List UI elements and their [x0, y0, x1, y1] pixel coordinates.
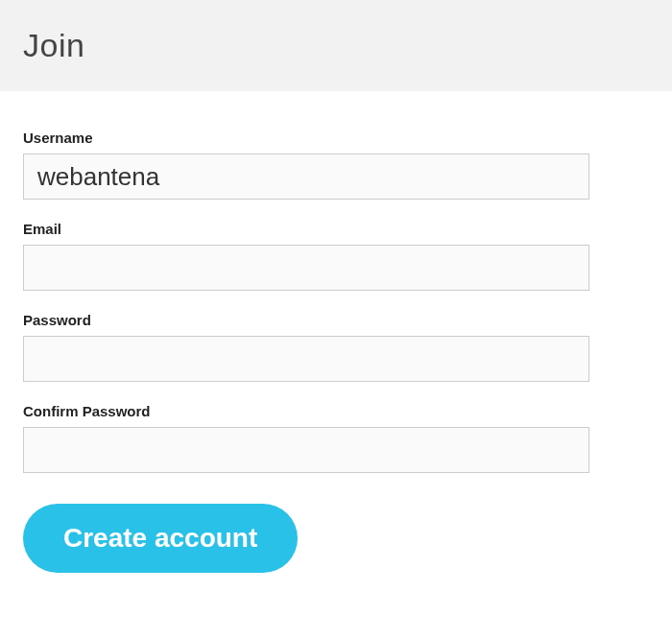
- password-group: Password: [23, 312, 649, 382]
- username-input[interactable]: [23, 154, 589, 200]
- email-group: Email: [23, 221, 649, 291]
- password-input[interactable]: [23, 336, 589, 382]
- username-label: Username: [23, 130, 649, 146]
- email-input[interactable]: [23, 245, 589, 291]
- email-label: Email: [23, 221, 649, 237]
- join-form: Username Email Password Confirm Password…: [0, 91, 672, 596]
- page-header: Join: [0, 0, 672, 91]
- page-title: Join: [23, 27, 649, 64]
- confirm-password-group: Confirm Password: [23, 403, 649, 473]
- username-group: Username: [23, 130, 649, 200]
- confirm-password-input[interactable]: [23, 427, 589, 473]
- password-label: Password: [23, 312, 649, 328]
- confirm-password-label: Confirm Password: [23, 403, 649, 419]
- create-account-button[interactable]: Create account: [23, 504, 298, 573]
